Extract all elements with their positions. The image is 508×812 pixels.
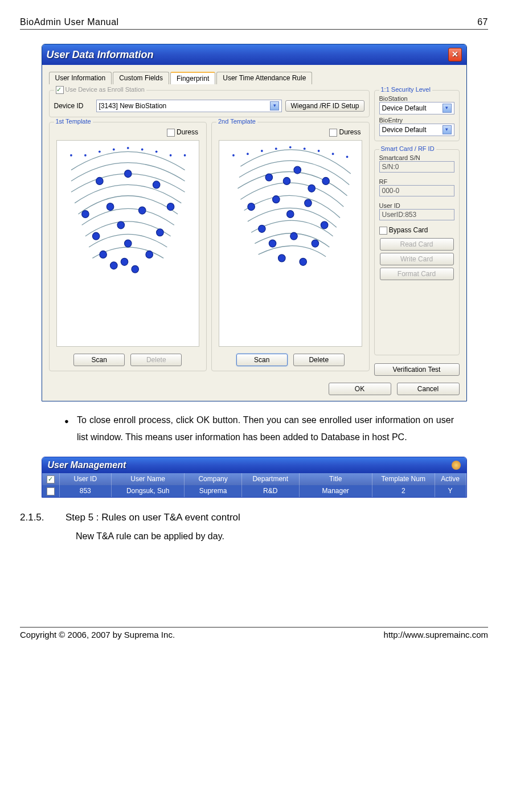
biostation-select[interactable]: Device Default ▾	[379, 102, 454, 114]
col-user-id[interactable]: User ID	[60, 473, 112, 485]
template2-canvas	[219, 140, 362, 347]
page-number: 67	[477, 17, 488, 27]
svg-point-30	[259, 225, 265, 232]
sn-input[interactable]: S/N:0	[379, 161, 454, 173]
section-number: 2.1.5.	[20, 512, 65, 523]
svg-point-36	[308, 184, 315, 192]
svg-point-49	[346, 155, 349, 158]
tab-fingerprint[interactable]: Fingerprint	[170, 72, 215, 84]
col-department[interactable]: Department	[242, 473, 300, 485]
svg-point-13	[145, 251, 152, 258]
device-id-label: Device ID	[54, 102, 93, 110]
template2-scan-button[interactable]: Scan	[236, 354, 288, 366]
header-checkbox[interactable]	[47, 475, 55, 483]
copyright: Copyright © 2006, 2007 by Suprema Inc.	[20, 630, 175, 639]
svg-point-34	[300, 258, 306, 265]
svg-point-14	[99, 251, 106, 258]
wiegand-setup-button[interactable]: Wiegand /RF ID Setup	[285, 100, 364, 112]
userid-input[interactable]: UserID:853	[379, 209, 454, 220]
tab-custom-fields[interactable]: Custom Fields	[113, 72, 169, 84]
bioentry-select[interactable]: Device Default ▾	[379, 124, 454, 136]
cell-active: Y	[435, 485, 466, 497]
svg-point-46	[304, 147, 306, 150]
svg-point-47	[318, 150, 320, 152]
duress-label: Duress	[177, 128, 198, 136]
smartcard-legend: Smart Card / RF ID	[379, 145, 436, 152]
template1-delete-button[interactable]: Delete	[130, 354, 182, 366]
template2-duress-checkbox[interactable]	[329, 129, 337, 137]
svg-point-45	[289, 146, 292, 149]
svg-point-27	[322, 177, 329, 184]
svg-point-38	[269, 240, 276, 247]
svg-point-26	[294, 166, 301, 174]
dialog-titlebar[interactable]: User Data Information ✕	[42, 44, 466, 65]
col-company[interactable]: Company	[185, 473, 242, 485]
rf-label: RF	[379, 178, 454, 185]
doc-footer: Copyright © 2006, 2007 by Suprema Inc. h…	[20, 627, 488, 639]
doc-header: BioAdmin User Manual 67	[20, 17, 488, 30]
svg-point-42	[247, 153, 249, 155]
svg-point-5	[92, 232, 99, 240]
section-heading: 2.1.5. Step 5 : Rules on user T&A event …	[20, 512, 488, 523]
template1-scan-button[interactable]: Scan	[73, 354, 125, 366]
svg-point-44	[275, 147, 277, 150]
col-template-num[interactable]: Template Num	[372, 473, 435, 485]
duress-label: Duress	[339, 128, 360, 136]
ok-button[interactable]: OK	[329, 383, 391, 395]
bypass-checkbox[interactable]	[379, 227, 387, 235]
col-active[interactable]: Active	[435, 473, 466, 485]
enroll-fieldset: Use Device as Enroll Station Device ID […	[49, 90, 370, 117]
svg-point-40	[248, 203, 255, 210]
svg-point-1	[124, 170, 131, 177]
svg-point-41	[232, 154, 235, 157]
svg-point-23	[169, 154, 171, 157]
chevron-down-icon: ▾	[443, 104, 452, 113]
close-icon[interactable]: ✕	[448, 48, 462, 61]
svg-point-11	[167, 203, 174, 210]
svg-point-37	[287, 210, 294, 218]
user-icon	[452, 461, 461, 470]
row-checkbox[interactable]	[47, 487, 55, 495]
svg-point-25	[265, 174, 272, 181]
col-title[interactable]: Title	[300, 473, 372, 485]
doc-title: BioAdmin User Manual	[20, 17, 119, 27]
chevron-down-icon: ▾	[443, 125, 452, 134]
dialog-title: User Data Information	[47, 49, 154, 61]
enroll-checkbox[interactable]	[56, 86, 64, 94]
rf-input[interactable]: 000-0	[379, 185, 454, 196]
user-table-header: User ID User Name Company Department Tit…	[42, 473, 466, 485]
chevron-down-icon: ▾	[270, 101, 279, 110]
template1-duress-checkbox[interactable]	[167, 129, 175, 137]
cancel-button[interactable]: Cancel	[397, 383, 460, 395]
col-user-name[interactable]: User Name	[112, 473, 185, 485]
cell-user-id: 853	[60, 485, 112, 497]
svg-point-39	[312, 240, 318, 247]
read-card-button[interactable]: Read Card	[380, 238, 454, 251]
svg-point-21	[141, 148, 143, 150]
svg-point-7	[156, 229, 163, 236]
bullet-paragraph: To close enroll process, click OK button…	[77, 412, 454, 445]
svg-point-18	[98, 150, 100, 153]
svg-point-19	[112, 148, 114, 150]
table-row[interactable]: 853 Dongsuk, Suh Suprema R&D Manager 2 Y	[42, 485, 466, 497]
svg-point-28	[273, 196, 280, 203]
tab-user-information[interactable]: User Information	[49, 72, 112, 84]
svg-point-29	[305, 199, 312, 207]
write-card-button[interactable]: Write Card	[380, 253, 454, 265]
svg-point-22	[155, 150, 157, 153]
svg-point-32	[321, 222, 327, 229]
svg-point-48	[332, 153, 334, 155]
verification-test-button[interactable]: Verification Test	[374, 363, 460, 376]
template1-canvas	[56, 140, 200, 347]
cell-department: R&D	[242, 485, 300, 497]
template1-legend: 1st Template	[54, 118, 93, 125]
template2-delete-button[interactable]: Delete	[293, 354, 345, 366]
footer-url: http://www.supremainc.com	[384, 630, 488, 639]
device-id-select[interactable]: [3143] New BioStation ▾	[96, 100, 282, 112]
svg-point-10	[81, 210, 88, 218]
template2-legend: 2nd Template	[216, 118, 257, 125]
bioentry-label: BioEntry	[379, 117, 454, 124]
svg-point-9	[131, 265, 138, 273]
format-card-button[interactable]: Format Card	[380, 268, 454, 280]
tab-time-attendance[interactable]: User Time Attendance Rule	[216, 72, 312, 84]
